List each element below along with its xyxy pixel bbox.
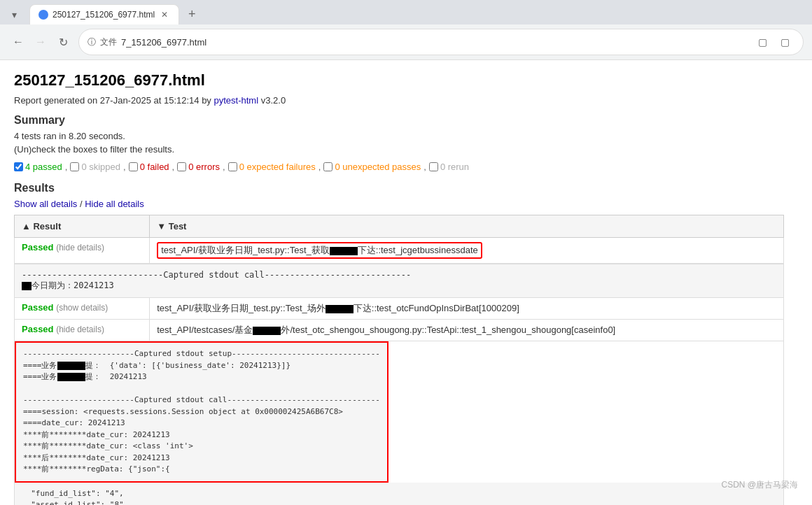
addr-action-2[interactable]: ▢	[775, 32, 794, 52]
address-input-wrap[interactable]: ⓘ 文件 7_151206_6977.html ▢ ▢	[78, 29, 804, 55]
active-tab[interactable]: 250127_151206_6977.html ✕	[29, 4, 179, 24]
addr-action-1[interactable]: ▢	[752, 32, 772, 52]
captured-row-3: ------------------------Captured stdout …	[15, 341, 784, 506]
redacted-1	[330, 247, 358, 255]
filter-xfail-label[interactable]: 0 expected failures	[239, 162, 316, 172]
captured-output-1: ----------------------------Captured std…	[15, 264, 783, 297]
address-bar: ← → ↻ ⓘ 文件 7_151206_6977.html ▢ ▢	[0, 24, 812, 59]
test-cell-3: test_API/testcases/基金外/test_otc_shengou_…	[150, 320, 784, 341]
filter-errors: 0 errors	[177, 162, 220, 172]
hide-details-link-1[interactable]: (hide details)	[56, 243, 104, 252]
test-cell-1: test_API/获取业务日期_test.py::Test_获取下达::test…	[150, 238, 784, 264]
filter-failed-label[interactable]: 0 failed	[140, 162, 169, 172]
redacted-3	[253, 327, 281, 335]
captured-output-3b: "fund_id_list": "4", "asset_id_list": "8…	[15, 483, 783, 506]
page-title: 250127_151206_6977.html	[14, 71, 784, 90]
tab-bar: ▾ 250127_151206_6977.html ✕ +	[0, 0, 812, 24]
redacted-setup-2	[57, 373, 85, 381]
report-info: Report generated on 27-Jan-2025 at 15:12…	[14, 95, 784, 106]
filter-hint: (Un)check the boxes to filter the result…	[14, 144, 784, 155]
redacted-2	[326, 305, 354, 313]
tab-list-button[interactable]: ▾	[6, 6, 22, 23]
result-cell-2: Passed (show details)	[15, 298, 150, 320]
test-name-highlighted: test_API/获取业务日期_test.py::Test_获取下达::test…	[157, 242, 482, 259]
page-content: 250127_151206_6977.html Report generated…	[0, 60, 798, 505]
stats-line: 4 tests ran in 8.20 seconds.	[14, 131, 784, 141]
table-row: Passed (hide details) test_API/testcases…	[15, 320, 784, 341]
filter-errors-checkbox[interactable]	[177, 162, 186, 171]
table-row: Passed (hide details) test_API/获取业务日期_te…	[15, 238, 784, 264]
filter-passed: 4 passed	[14, 162, 62, 172]
captured-output-3: ------------------------Captured stdout …	[15, 341, 388, 483]
test-name-2: test_API/获取业务日期_test.py::Test_场外下达::test…	[157, 303, 519, 313]
test-name-3: test_API/testcases/基金外/test_otc_shengou_…	[157, 325, 615, 335]
results-title: Results	[14, 182, 784, 194]
filter-rerun: 0 rerun	[429, 162, 469, 172]
filter-xpass-label[interactable]: 0 unexpected passes	[335, 162, 421, 172]
reload-button[interactable]: ↻	[53, 32, 73, 52]
details-links: Show all details / Hide all details	[14, 199, 784, 209]
filter-passed-label[interactable]: 4 passed	[25, 162, 62, 172]
lock-icon: ⓘ	[88, 36, 96, 48]
hide-details-link-3[interactable]: (hide details)	[56, 325, 104, 334]
filter-xpass-checkbox[interactable]	[323, 162, 332, 171]
address-actions: ▢ ▢	[752, 32, 794, 52]
tab-close-button[interactable]: ✕	[159, 9, 170, 20]
new-tab-button[interactable]: +	[182, 5, 202, 24]
watermark: CSDN @唐古马梁海	[721, 479, 798, 491]
browser-chrome: ▾ 250127_151206_6977.html ✕ + ← → ↻ ⓘ 文件…	[0, 0, 812, 60]
redacted-setup-1	[57, 362, 85, 370]
result-cell-3: Passed (hide details)	[15, 320, 150, 341]
back-button[interactable]: ←	[8, 32, 28, 52]
filter-rerun-label[interactable]: 0 rerun	[440, 162, 469, 172]
col-result: ▲ Result	[15, 215, 150, 238]
show-details-link-2[interactable]: (show details)	[56, 303, 108, 313]
filter-rerun-checkbox[interactable]	[429, 162, 438, 171]
nav-buttons: ← → ↻	[8, 32, 73, 52]
filter-failed-checkbox[interactable]	[129, 162, 138, 171]
captured-output-cell-1: ----------------------------Captured std…	[15, 264, 784, 298]
result-passed-label-3: Passed	[22, 324, 54, 334]
filter-xpass: 0 unexpected passes	[323, 162, 421, 172]
forward-button[interactable]: →	[31, 32, 50, 52]
address-text: 7_151206_6977.html	[121, 37, 748, 48]
tab-favicon	[38, 10, 48, 20]
filter-xfail: 0 expected failures	[228, 162, 316, 172]
file-label: 文件	[100, 36, 117, 48]
table-row: Passed (show details) test_API/获取业务日期_te…	[15, 298, 784, 320]
captured-row-1: ----------------------------Captured std…	[15, 264, 784, 298]
filter-xfail-checkbox[interactable]	[228, 162, 237, 171]
result-passed-label: Passed	[22, 242, 54, 252]
show-all-details-link[interactable]: Show all details	[14, 199, 77, 209]
filter-skipped-checkbox[interactable]	[70, 162, 79, 171]
test-cell-2: test_API/获取业务日期_test.py::Test_场外下达::test…	[150, 298, 784, 320]
result-passed-label-2: Passed	[22, 302, 54, 313]
filter-skipped-label[interactable]: 0 skipped	[81, 162, 120, 172]
filter-failed: 0 failed	[129, 162, 169, 172]
hide-all-details-link[interactable]: Hide all details	[85, 199, 144, 209]
results-table: ▲ Result ▼ Test Passed (hide details) te…	[14, 215, 784, 505]
pytest-html-link[interactable]: pytest-html	[214, 95, 259, 106]
captured-output-cell-3: ------------------------Captured stdout …	[15, 341, 784, 506]
filter-errors-label[interactable]: 0 errors	[188, 162, 220, 172]
summary-title: Summary	[14, 114, 784, 127]
redacted-icon	[22, 282, 31, 290]
tab-title: 250127_151206_6977.html	[52, 10, 155, 20]
col-test: ▼ Test	[150, 215, 784, 238]
filter-row: 4 passed , 0 skipped , 0 failed , 0 erro…	[14, 162, 784, 172]
filter-passed-checkbox[interactable]	[14, 162, 23, 171]
result-cell-1: Passed (hide details)	[15, 238, 150, 264]
filter-skipped: 0 skipped	[70, 162, 120, 172]
